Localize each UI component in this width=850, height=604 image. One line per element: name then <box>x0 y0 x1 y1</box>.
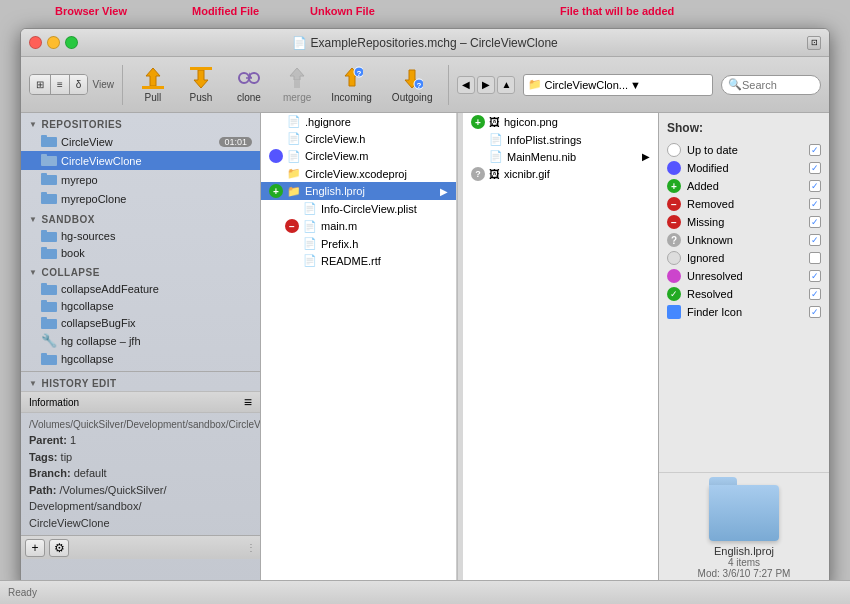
file-item-english-lproj[interactable]: + 📁 English.lproj ▶ <box>261 182 456 200</box>
clone-button[interactable]: clone <box>227 62 271 107</box>
close-button[interactable] <box>29 36 42 49</box>
sidebar-item-myrepo[interactable]: myrepo <box>21 170 260 189</box>
resolved-checkbox[interactable] <box>809 288 821 300</box>
sidebar-item-hgcollapse1[interactable]: hgcollapse <box>21 297 260 314</box>
finder-checkbox[interactable] <box>809 306 821 318</box>
view-button-group: ⊞ ≡ δ <box>29 74 88 95</box>
filename-r4: xicnibr.gif <box>504 168 550 180</box>
file-item-hgignore[interactable]: 📄 .hgignore <box>261 113 456 130</box>
breadcrumb-path: 📁 CircleViewClon... ▼ <box>528 78 640 91</box>
collapse-collapse-icon[interactable]: ▼ <box>29 268 37 277</box>
added-checkbox[interactable] <box>809 180 821 192</box>
view-columns-button[interactable]: ⊞ <box>30 75 51 94</box>
sidebar-item-book[interactable]: book <box>21 244 260 261</box>
collapse2-name: hgcollapse <box>61 300 114 312</box>
view-list-button[interactable]: ≡ <box>51 75 70 94</box>
file-item-prefix-h[interactable]: 📄 Prefix.h <box>261 235 456 252</box>
repositories-collapse-icon[interactable]: ▼ <box>29 120 37 129</box>
forward-button[interactable]: ▶ <box>477 76 495 94</box>
removed-checkbox[interactable] <box>809 198 821 210</box>
uptodate-checkbox[interactable] <box>809 144 821 156</box>
sidebar-item-collapsebugfix[interactable]: collapseBugFix <box>21 314 260 331</box>
file-item-xcodeproj[interactable]: 📁 CircleView.xcodeproj <box>261 165 456 182</box>
file-item-info-plist[interactable]: 📄 Info-CircleView.plist <box>261 200 456 217</box>
svg-text:?: ? <box>356 69 361 78</box>
sidebar-item-hgcollapsejfh[interactable]: 🔧 hg collapse – jfh <box>21 331 260 350</box>
file-icon-4: 📁 <box>287 167 301 180</box>
svg-rect-33 <box>41 317 47 320</box>
svg-rect-19 <box>41 154 47 157</box>
pull-button[interactable]: Pull <box>131 62 175 107</box>
filename-r1: hgicon.png <box>504 116 558 128</box>
file-item-hgicon[interactable]: + 🖼 hgicon.png <box>463 113 658 131</box>
file-icon-5: 📁 <box>287 185 301 198</box>
search-area[interactable]: 🔍 <box>721 75 821 95</box>
file-icon-r2: 📄 <box>489 133 503 146</box>
file-item-infoplist[interactable]: 📄 InfoPlist.strings <box>463 131 658 148</box>
pull-label: Pull <box>145 92 162 103</box>
file-item-mainmenu[interactable]: 📄 MainMenu.nib ▶ <box>463 148 658 165</box>
filename-5: English.lproj <box>305 185 365 197</box>
search-icon: 🔍 <box>728 78 742 91</box>
missing-checkbox[interactable] <box>809 216 821 228</box>
sandbox-collapse-icon[interactable]: ▼ <box>29 215 37 224</box>
svg-text:?: ? <box>417 81 422 90</box>
unknown-checkbox[interactable] <box>809 234 821 246</box>
push-label: Push <box>190 92 213 103</box>
sidebar-item-collapseaddfeature[interactable]: collapseAddFeature <box>21 280 260 297</box>
path-row: Path: /Volumes/QuickSilver/Development/s… <box>29 482 252 532</box>
merge-button[interactable]: merge <box>275 62 319 107</box>
up-button[interactable]: ▲ <box>497 76 515 94</box>
info-menu-button[interactable]: ≡ <box>244 394 252 410</box>
history-collapse-icon[interactable]: ▼ <box>29 379 37 388</box>
file-icon-7: 📄 <box>303 220 317 233</box>
sidebar-item-hgcollapse2[interactable]: hgcollapse <box>21 350 260 367</box>
svg-rect-1 <box>142 86 164 89</box>
resize-button[interactable]: ⊡ <box>807 36 821 50</box>
unresolved-checkbox[interactable] <box>809 270 821 282</box>
info-title: Information <box>29 397 79 408</box>
tags-val: tip <box>61 451 73 463</box>
tags-label: Tags: <box>29 451 58 463</box>
sidebar-item-myrepoclone[interactable]: myrepoClone <box>21 189 260 208</box>
outgoing-button[interactable]: ? Outgoing <box>384 62 441 107</box>
folder-collapse-3 <box>41 316 57 329</box>
svg-rect-17 <box>41 135 47 138</box>
sidebar-item-circleviewclone[interactable]: CircleViewClone <box>21 151 260 170</box>
collapse5-name: hgcollapse <box>61 353 114 365</box>
modified-icon <box>667 161 681 175</box>
ignored-checkbox[interactable] <box>809 252 821 264</box>
file-list-right: + 🖼 hgicon.png 📄 InfoPlist.strings 📄 Mai… <box>463 113 658 581</box>
unresolved-icon <box>667 269 681 283</box>
settings-button[interactable]: ⚙ <box>49 539 69 557</box>
folder-icon-myrepoclone <box>41 191 57 206</box>
sidebar-item-hgsources[interactable]: hg-sources <box>21 227 260 244</box>
svg-rect-20 <box>41 175 57 185</box>
file-item-xicnibr[interactable]: ? 🖼 xicnibr.gif <box>463 165 658 183</box>
myrepo-name: myrepo <box>61 174 98 186</box>
sidebar-item-circleview[interactable]: CircleView 01:01 <box>21 132 260 151</box>
file-area: 📄 .hgignore 📄 CircleView.h 📄 CircleView.… <box>261 113 659 587</box>
file-item-circleview-h[interactable]: 📄 CircleView.h <box>261 130 456 147</box>
sidebar-resize-handle[interactable]: ⋮ <box>246 542 256 553</box>
incoming-button[interactable]: ? Incoming <box>323 62 380 107</box>
minimize-button[interactable] <box>47 36 60 49</box>
search-input[interactable] <box>742 79 812 91</box>
missing-label: Missing <box>687 216 724 228</box>
file-item-circleview-m[interactable]: 📄 CircleView.m <box>261 147 456 165</box>
modified-checkbox[interactable] <box>809 162 821 174</box>
file-item-readme[interactable]: 📄 README.rtf <box>261 252 456 269</box>
add-button[interactable]: + <box>25 539 45 557</box>
back-button[interactable]: ◀ <box>457 76 475 94</box>
incoming-icon: ? <box>341 66 363 90</box>
svg-rect-24 <box>41 232 57 242</box>
push-button[interactable]: Push <box>179 62 223 107</box>
file-item-main-m[interactable]: − 📄 main.m <box>261 217 456 235</box>
removed-label: Removed <box>687 198 734 210</box>
svg-marker-2 <box>194 70 208 88</box>
breadcrumb[interactable]: 📁 CircleViewClon... ▼ <box>523 74 713 96</box>
show-added: + Added <box>667 177 821 195</box>
view-tree-button[interactable]: δ <box>70 75 88 94</box>
file-icon-2: 📄 <box>287 132 301 145</box>
zoom-button[interactable] <box>65 36 78 49</box>
